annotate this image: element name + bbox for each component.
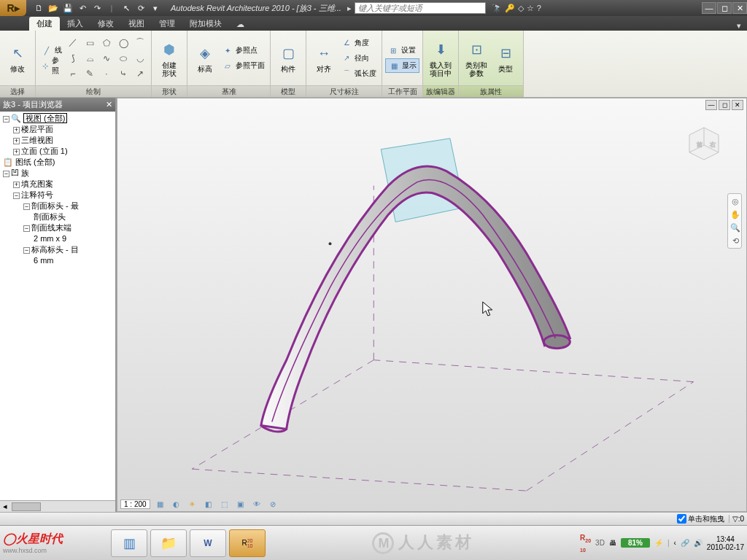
nav-pan-icon[interactable]: ✋ xyxy=(729,209,741,220)
star-icon[interactable]: ☆ xyxy=(527,4,534,13)
category-params-button[interactable]: ⊡ 类别和 参数 xyxy=(462,34,491,83)
tray-volume-icon[interactable]: 🔊 xyxy=(694,539,703,547)
ref-plane-button[interactable]: ▱参照平面 xyxy=(220,58,267,73)
taskbar-app-folder[interactable]: 📁 xyxy=(150,529,187,557)
tree-toggle[interactable]: + xyxy=(13,138,20,144)
tree-item[interactable]: 立面 (立面 1) xyxy=(21,147,68,155)
qat-redo-icon[interactable]: ↷ xyxy=(90,1,104,15)
crop-region-icon[interactable]: ▣ xyxy=(235,499,247,509)
tree-item[interactable]: 族 xyxy=(21,168,29,177)
draw-partial-icon[interactable]: ◡ xyxy=(132,51,148,66)
tree-item[interactable]: 三维视图 xyxy=(21,136,53,144)
tree-toggle[interactable]: + xyxy=(13,182,20,188)
draw-fillet-icon[interactable]: ⌐ xyxy=(65,66,81,81)
draw-poly-icon[interactable]: ⬠ xyxy=(98,36,115,50)
qat-new-icon[interactable]: 🗋 xyxy=(32,1,45,15)
tab-insert[interactable]: 插入 xyxy=(60,17,90,31)
sun-path-icon[interactable]: ☀ xyxy=(187,499,198,509)
ref-tool[interactable]: ⊹参照 xyxy=(39,58,65,73)
browser-hscroll[interactable]: ◂ xyxy=(0,500,115,512)
tree-item[interactable]: 楼层平面 xyxy=(21,125,53,133)
level-button[interactable]: ◈ 标高 xyxy=(190,34,220,83)
tab-modify[interactable]: 修改 xyxy=(90,17,121,31)
key-icon[interactable]: 🔑 xyxy=(505,4,515,13)
tree-item[interactable]: 剖面标头 - 最 xyxy=(31,201,79,210)
tray-expand-icon[interactable]: ‹ xyxy=(674,539,676,547)
tree-item[interactable]: 填充图案 xyxy=(21,179,53,188)
tab-manage[interactable]: 管理 xyxy=(152,17,182,31)
taskbar-app-word[interactable]: W xyxy=(190,529,226,557)
tree-toggle[interactable]: − xyxy=(23,247,30,254)
wp-settings-button[interactable]: ⊞设置 xyxy=(385,43,419,58)
tree-toggle[interactable]: + xyxy=(13,149,20,155)
draw-arc2-icon[interactable]: ⟆ xyxy=(65,51,81,66)
shadows-icon[interactable]: ◧ xyxy=(203,499,214,509)
radius-dim-button[interactable]: ↗径向 xyxy=(338,51,379,66)
draw-tool14-icon[interactable]: ⤷ xyxy=(115,66,131,81)
modify-button[interactable]: ↖ 修改 xyxy=(3,34,32,83)
draw-tool15-icon[interactable]: ↗ xyxy=(132,66,148,81)
tree-toggle[interactable]: − xyxy=(3,171,9,177)
browser-tree[interactable]: −🔍 视图 (全部) +楼层平面 +三维视图 +立面 (立面 1) 📋 图纸 (… xyxy=(0,112,115,500)
hide-icon[interactable]: 👁 xyxy=(251,499,263,509)
tree-item[interactable]: 剖面标头 xyxy=(34,212,66,221)
tab-addins[interactable]: 附加模块 xyxy=(182,17,229,31)
draw-arc1-icon[interactable]: ⌒ xyxy=(132,36,148,50)
draw-ellipse-icon[interactable]: ⬭ xyxy=(115,51,131,66)
tree-toggle[interactable]: + xyxy=(13,127,20,133)
load-into-project-button[interactable]: ⬇ 载入到 项目中 xyxy=(426,34,455,83)
tab-view[interactable]: 视图 xyxy=(121,17,152,31)
align-dim-button[interactable]: ↔ 对齐 xyxy=(309,34,338,83)
help-search-input[interactable] xyxy=(355,2,486,14)
draw-point-icon[interactable]: · xyxy=(98,66,115,81)
filter-status[interactable]: ▽:0 xyxy=(729,515,744,523)
ref-point-button[interactable]: ✦参照点 xyxy=(220,43,267,58)
browser-close-icon[interactable]: ✕ xyxy=(106,100,112,109)
tree-item[interactable]: 标高标头 - 目 xyxy=(31,245,79,254)
tree-toggle[interactable]: − xyxy=(3,116,9,122)
help-icon[interactable]: ? xyxy=(537,4,541,13)
drag-checkbox[interactable]: 单击和拖曳 xyxy=(677,514,724,524)
arc-dim-button[interactable]: ⌒弧长度 xyxy=(338,66,379,81)
tray-clock[interactable]: 13:44 2010-02-17 xyxy=(707,535,744,551)
nav-zoom-icon[interactable]: 🔍 xyxy=(729,222,741,233)
create-shape-button[interactable]: ⬢ 创建 形状 xyxy=(155,34,184,83)
search-go-icon[interactable]: ▸ xyxy=(347,4,352,13)
taskbar-app-reader[interactable]: ▥ xyxy=(111,529,147,557)
maximize-button[interactable]: ◻ xyxy=(717,2,732,14)
viewcube[interactable]: 前右 xyxy=(684,123,724,164)
draw-line-icon[interactable]: ／ xyxy=(65,36,81,50)
wp-show-button[interactable]: ▦显示 xyxy=(385,58,419,73)
angle-dim-button[interactable]: ∠角度 xyxy=(338,36,379,50)
qat-sync-icon[interactable]: ⟳ xyxy=(134,1,147,15)
viewport[interactable]: — ◻ ✕ xyxy=(117,98,747,512)
tree-item[interactable]: 图纸 (全部) xyxy=(15,158,55,166)
qat-select-icon[interactable]: ↖ xyxy=(120,1,133,15)
tree-toggle[interactable]: − xyxy=(23,225,30,232)
tree-item[interactable]: 6 mm xyxy=(34,256,54,265)
tree-toggle[interactable]: − xyxy=(23,203,30,210)
qat-dropdown-icon[interactable]: ▾ xyxy=(149,1,162,15)
minimize-button[interactable]: — xyxy=(702,2,716,14)
app-menu-button[interactable]: R▸ xyxy=(0,0,26,16)
nav-wheel-icon[interactable]: ◎ xyxy=(729,195,741,207)
tree-item[interactable]: 2 mm x 9 xyxy=(34,234,66,243)
draw-arc3-icon[interactable]: ⌓ xyxy=(82,51,98,66)
draw-spline-icon[interactable]: ∿ xyxy=(98,51,115,66)
tree-item[interactable]: 注释符号 xyxy=(21,190,53,199)
close-button[interactable]: ✕ xyxy=(732,2,747,14)
qat-save-icon[interactable]: 💾 xyxy=(61,1,74,15)
crop-icon[interactable]: ⬚ xyxy=(219,499,231,509)
qat-open-icon[interactable]: 📂 xyxy=(47,1,60,15)
taskbar-app-revit[interactable]: R2010 xyxy=(229,529,266,557)
binoculars-icon[interactable]: 🔭 xyxy=(492,4,502,13)
tray-printer-icon[interactable]: 🖶 xyxy=(609,539,616,547)
tab-create[interactable]: 创建 xyxy=(29,17,60,31)
tray-battery[interactable]: 81% xyxy=(621,538,650,548)
draw-rect-icon[interactable]: ▭ xyxy=(82,36,98,50)
wrench-icon[interactable]: ◇ xyxy=(518,4,524,13)
tree-toggle[interactable]: − xyxy=(13,192,20,199)
tray-revit-icon[interactable]: R2010 xyxy=(580,534,591,553)
tree-item[interactable]: 剖面线末端 xyxy=(31,223,71,232)
tray-network-icon[interactable]: 🔗 xyxy=(681,539,689,547)
